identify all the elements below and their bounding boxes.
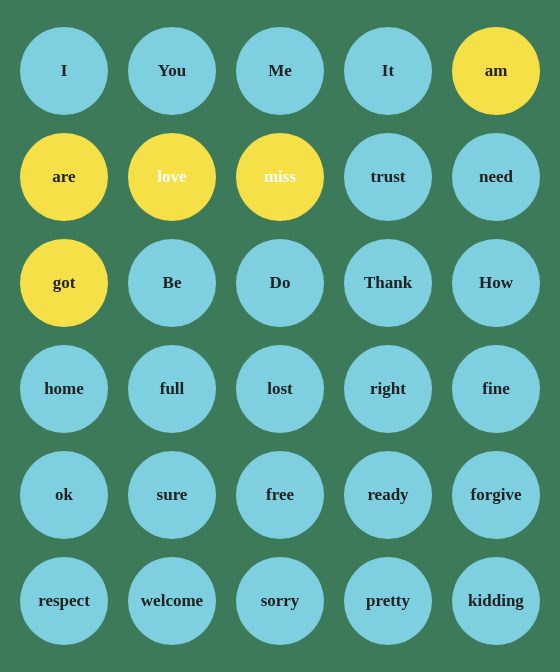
word-bubble-respect[interactable]: respect <box>20 557 108 645</box>
word-bubble-sorry[interactable]: sorry <box>236 557 324 645</box>
bubble-label: sure <box>157 486 188 505</box>
word-bubble-am[interactable]: am <box>452 27 540 115</box>
bubble-label: You <box>158 62 186 81</box>
word-bubble-got[interactable]: got <box>20 239 108 327</box>
bubble-label: free <box>266 486 294 505</box>
word-bubble-welcome[interactable]: welcome <box>128 557 216 645</box>
bubble-label: need <box>479 168 513 187</box>
word-bubble-you[interactable]: You <box>128 27 216 115</box>
word-bubble-lost[interactable]: lost <box>236 345 324 433</box>
bubble-label: right <box>370 380 406 399</box>
word-bubble-are[interactable]: are <box>20 133 108 221</box>
bubble-label: lost <box>267 380 293 399</box>
bubble-label: forgive <box>471 486 522 505</box>
word-bubble-do[interactable]: Do <box>236 239 324 327</box>
word-bubble-home[interactable]: home <box>20 345 108 433</box>
word-bubble-it[interactable]: It <box>344 27 432 115</box>
bubble-label: welcome <box>141 592 203 611</box>
word-bubble-be[interactable]: Be <box>128 239 216 327</box>
bubble-label: ok <box>55 486 73 505</box>
bubble-label: Me <box>268 62 292 81</box>
word-bubble-kidding[interactable]: kidding <box>452 557 540 645</box>
bubble-label: Thank <box>364 274 412 293</box>
word-bubble-ready[interactable]: ready <box>344 451 432 539</box>
bubble-label: Do <box>270 274 291 293</box>
bubble-label: home <box>44 380 84 399</box>
word-bubble-sure[interactable]: sure <box>128 451 216 539</box>
bubble-label: ready <box>367 486 408 505</box>
bubble-label: trust <box>371 168 406 187</box>
bubble-label: respect <box>38 592 90 611</box>
bubble-label: pretty <box>366 592 410 611</box>
word-bubble-i[interactable]: I <box>20 27 108 115</box>
bubble-label: It <box>382 62 394 81</box>
bubble-label: Be <box>163 274 182 293</box>
word-bubble-grid: IYouMeItamarelovemisstrustneedgotBeDoTha… <box>0 7 560 665</box>
word-bubble-full[interactable]: full <box>128 345 216 433</box>
bubble-label: I <box>61 62 68 81</box>
bubble-label: How <box>479 274 513 293</box>
word-bubble-love[interactable]: love <box>128 133 216 221</box>
word-bubble-ok[interactable]: ok <box>20 451 108 539</box>
bubble-label: kidding <box>468 592 524 611</box>
bubble-label: fine <box>482 380 509 399</box>
bubble-label: am <box>485 62 508 81</box>
bubble-label: miss <box>264 168 296 187</box>
word-bubble-need[interactable]: need <box>452 133 540 221</box>
word-bubble-fine[interactable]: fine <box>452 345 540 433</box>
word-bubble-me[interactable]: Me <box>236 27 324 115</box>
bubble-label: love <box>157 168 186 187</box>
word-bubble-free[interactable]: free <box>236 451 324 539</box>
bubble-label: got <box>53 274 76 293</box>
word-bubble-right[interactable]: right <box>344 345 432 433</box>
word-bubble-how[interactable]: How <box>452 239 540 327</box>
word-bubble-forgive[interactable]: forgive <box>452 451 540 539</box>
bubble-label: are <box>52 168 75 187</box>
bubble-label: sorry <box>261 592 300 611</box>
word-bubble-miss[interactable]: miss <box>236 133 324 221</box>
word-bubble-pretty[interactable]: pretty <box>344 557 432 645</box>
word-bubble-trust[interactable]: trust <box>344 133 432 221</box>
bubble-label: full <box>160 380 185 399</box>
word-bubble-thank[interactable]: Thank <box>344 239 432 327</box>
